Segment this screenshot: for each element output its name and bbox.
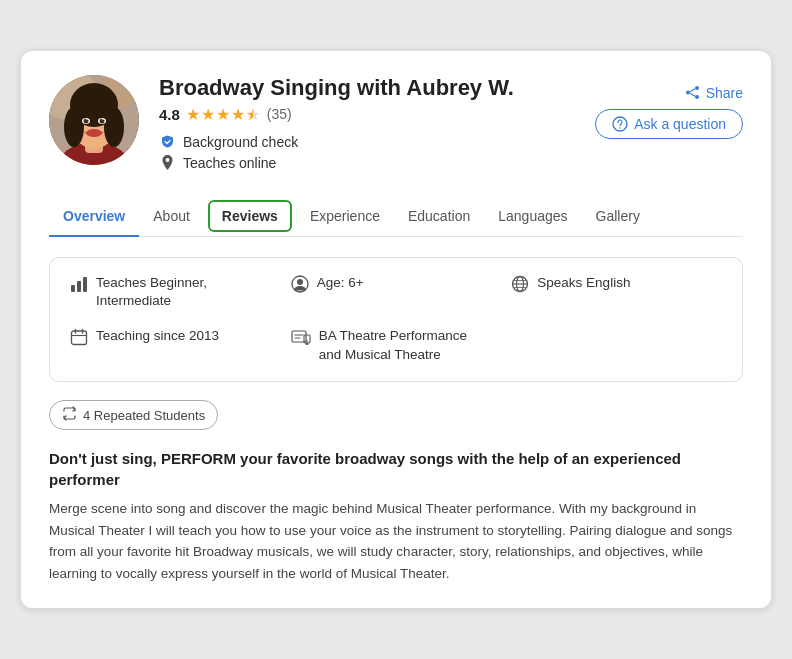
- repeat-icon: [62, 406, 77, 424]
- svg-point-23: [619, 127, 621, 129]
- svg-point-18: [686, 91, 690, 95]
- teaches-online-badge: Teaches online: [159, 155, 514, 171]
- person-circle-icon: [291, 275, 309, 298]
- bar-chart-icon: [70, 275, 88, 298]
- tab-reviews[interactable]: Reviews: [208, 200, 292, 232]
- degree-text: BA Theatre Performanceand Musical Theatr…: [319, 327, 467, 365]
- teaches-level-text: Teaches Beginner, Intermediate: [96, 274, 281, 312]
- rating-row: 4.8 ★★★★★★ (35): [159, 105, 514, 124]
- svg-rect-24: [71, 285, 75, 292]
- calendar-icon: [70, 328, 88, 351]
- info-education: BA Theatre Performanceand Musical Theatr…: [291, 327, 502, 365]
- info-box: Teaches Beginner, Intermediate Age: 6+: [49, 257, 743, 383]
- diploma-icon: [291, 328, 311, 351]
- nav-tabs: Overview About Reviews Experience Educat…: [49, 196, 743, 237]
- avatar: [49, 75, 139, 165]
- profile-title: Broadway Singing with Aubrey W.: [159, 75, 514, 101]
- description-heading: Don't just sing, PERFORM your favorite b…: [49, 448, 743, 490]
- description-body: Merge scene into song and discover the m…: [49, 498, 743, 584]
- background-check-badge: Background check: [159, 134, 514, 150]
- svg-line-21: [690, 93, 695, 96]
- rating-value: 4.8: [159, 106, 180, 123]
- profile-card: Broadway Singing with Aubrey W. 4.8 ★★★★…: [20, 50, 772, 610]
- info-age: Age: 6+: [291, 274, 502, 312]
- svg-point-14: [86, 129, 102, 137]
- teaches-online-text: Teaches online: [183, 155, 276, 171]
- svg-point-41: [305, 343, 308, 345]
- info-teaches-level: Teaches Beginner, Intermediate: [70, 274, 281, 312]
- globe-icon: [511, 275, 529, 298]
- background-check-text: Background check: [183, 134, 298, 150]
- svg-point-22: [613, 117, 627, 131]
- speaks-text: Speaks English: [537, 274, 630, 293]
- tab-experience[interactable]: Experience: [296, 196, 394, 236]
- svg-point-9: [104, 107, 124, 147]
- age-text: Age: 6+: [317, 274, 364, 293]
- shield-icon: [159, 134, 175, 150]
- tab-gallery[interactable]: Gallery: [582, 196, 654, 236]
- profile-details: Broadway Singing with Aubrey W. 4.8 ★★★★…: [159, 75, 514, 176]
- svg-point-28: [297, 279, 303, 285]
- info-teaching-since: Teaching since 2013: [70, 327, 281, 365]
- info-language: Speaks English: [511, 274, 722, 312]
- tab-languages[interactable]: Languages: [484, 196, 581, 236]
- repeated-students-label: 4 Repeated Students: [83, 408, 205, 423]
- location-icon: [159, 155, 175, 171]
- reviews-count: (35): [267, 106, 292, 122]
- svg-point-17: [695, 86, 699, 90]
- svg-line-20: [690, 89, 695, 92]
- share-button[interactable]: Share: [685, 85, 743, 101]
- repeated-students-badge[interactable]: 4 Repeated Students: [49, 400, 218, 430]
- svg-point-8: [64, 107, 84, 147]
- tab-overview[interactable]: Overview: [49, 196, 139, 236]
- profile-header: Broadway Singing with Aubrey W. 4.8 ★★★★…: [49, 75, 743, 176]
- tab-education[interactable]: Education: [394, 196, 484, 236]
- profile-info: Broadway Singing with Aubrey W. 4.8 ★★★★…: [159, 75, 743, 176]
- svg-point-16: [102, 118, 104, 120]
- ask-question-button[interactable]: Ask a question: [595, 109, 743, 139]
- teaching-since-text: Teaching since 2013: [96, 327, 219, 346]
- svg-point-19: [695, 95, 699, 99]
- stars: ★★★★★★: [186, 105, 261, 124]
- svg-rect-34: [72, 331, 87, 345]
- tab-about[interactable]: About: [139, 196, 204, 236]
- svg-rect-26: [83, 277, 87, 292]
- svg-rect-25: [77, 281, 81, 292]
- header-actions: Share Ask a question: [595, 75, 743, 139]
- svg-point-15: [86, 118, 88, 120]
